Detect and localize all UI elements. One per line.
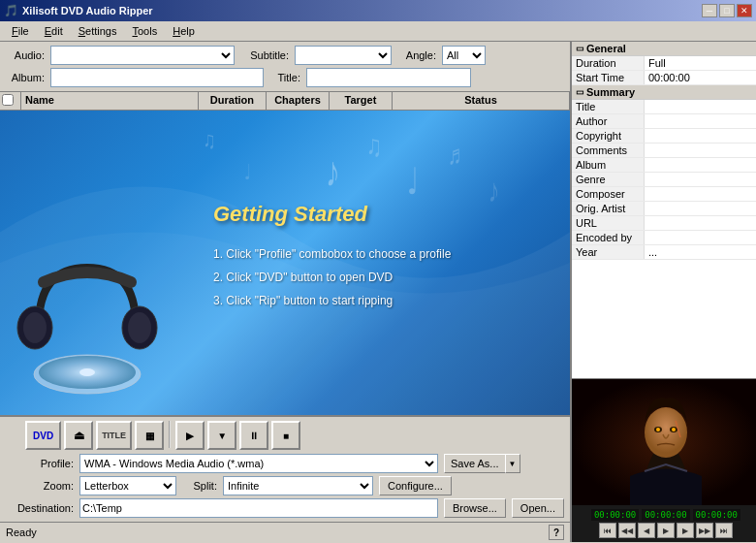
prev-track-button[interactable]: ⏮ — [599, 523, 616, 538]
svg-text:♪: ♪ — [488, 171, 500, 208]
prop-val-title — [645, 100, 756, 113]
svg-point-9 — [79, 368, 95, 376]
svg-text:♪: ♪ — [326, 148, 340, 196]
prop-val-starttime: 00:00:00 — [645, 71, 756, 84]
timeline-panel: 00:00:00 00:00:00 00:00:00 ⏮ ◀◀ ◀ ▶ ▶ ▶▶… — [572, 505, 756, 542]
select-all-checkbox[interactable] — [2, 94, 14, 106]
dropdown-icon: ▼ — [217, 431, 227, 441]
zoom-label: Zoom: — [6, 480, 74, 492]
getting-started-area: ♪ ♫ ♩ ♬ ♪ ♫ ♩ — [0, 111, 570, 415]
subtitle-label: Subtitle: — [240, 49, 289, 61]
titlebar-controls: ─ □ ✕ — [702, 4, 752, 17]
play-button[interactable]: ▶ — [175, 421, 205, 450]
grid-button[interactable]: ▦ — [135, 421, 164, 450]
headphones-illustration — [10, 248, 165, 405]
next-frame-button[interactable]: ▶ — [677, 523, 694, 538]
prop-row-album: Album — [572, 158, 756, 173]
toolbar-buttons: DVD ⏏ TITLE ▦ ▶ ▼ ⏸ ■ — [6, 421, 564, 450]
prop-row-duration: Duration Full — [572, 56, 756, 71]
subtitle-select[interactable] — [295, 46, 392, 65]
prop-row-year: Year ... — [572, 245, 756, 260]
stop-icon: ■ — [283, 431, 289, 441]
time-displays: 00:00:00 00:00:00 00:00:00 — [576, 509, 756, 521]
titlebar: 🎵 Xilisoft DVD Audio Ripper ─ □ ✕ — [0, 0, 756, 21]
minimize-button[interactable]: ─ — [702, 4, 717, 17]
save-as-container: Save As... ▼ — [444, 454, 520, 473]
th-name: Name — [21, 92, 199, 110]
configure-button[interactable]: Configure... — [379, 476, 452, 495]
title-button[interactable]: TITLE — [96, 421, 132, 450]
step1: 1. Click "Profile" combobox to choose a … — [213, 242, 451, 266]
play-icon: ▶ — [186, 431, 194, 441]
prop-val-composer — [645, 187, 756, 201]
svg-point-13 — [128, 312, 151, 343]
prop-row-composer: Composer — [572, 187, 756, 202]
preview-panel — [572, 379, 756, 505]
prop-key-year: Year — [572, 245, 645, 259]
th-duration: Duration — [199, 92, 267, 110]
dvd-button[interactable]: DVD — [25, 421, 61, 450]
stop-button[interactable]: ■ — [271, 421, 300, 450]
prev-frame-button[interactable]: ◀ — [638, 523, 655, 538]
getting-started-content: Getting Started 1. Click "Profile" combo… — [213, 202, 451, 312]
prop-row-starttime: Start Time 00:00:00 — [572, 71, 756, 85]
prop-val-author — [645, 114, 756, 128]
menu-settings[interactable]: Settings — [71, 23, 125, 39]
profile-select[interactable]: WMA - Windows Media Audio (*.wma) — [79, 454, 438, 473]
properties-panel: ▭ General Duration Full Start Time 00:00… — [572, 42, 756, 379]
menu-file[interactable]: File — [4, 23, 37, 39]
menu-help[interactable]: Help — [165, 23, 203, 39]
th-chapters: Chapters — [267, 92, 330, 110]
eject-button[interactable]: ⏏ — [64, 421, 93, 450]
fast-forward-button[interactable]: ▶▶ — [696, 523, 713, 538]
prop-val-copyright — [645, 129, 756, 143]
album-input[interactable] — [50, 68, 264, 87]
split-select[interactable]: Infinite — [223, 476, 373, 495]
grid-icon: ▦ — [145, 431, 154, 441]
pause-button[interactable]: ⏸ — [239, 421, 268, 450]
open-button[interactable]: Open... — [512, 498, 564, 518]
zoom-select[interactable]: Letterbox — [79, 476, 176, 495]
status-text: Ready — [6, 527, 37, 538]
prop-val-album — [645, 158, 756, 172]
help-button[interactable]: ? — [549, 525, 564, 540]
prop-row-genre: Genre — [572, 173, 756, 187]
th-status: Status — [393, 92, 570, 110]
menu-tools[interactable]: Tools — [124, 23, 165, 39]
prop-row-comments: Comments — [572, 144, 756, 158]
rewind-button[interactable]: ◀◀ — [618, 523, 636, 538]
svg-text:♩: ♩ — [244, 160, 251, 184]
prop-val-year: ... — [645, 245, 756, 259]
svg-point-16 — [645, 407, 687, 458]
dropdown-button[interactable]: ▼ — [207, 421, 236, 450]
browse-button[interactable]: Browse... — [444, 498, 506, 518]
svg-point-11 — [23, 312, 47, 343]
top-controls: Audio: Subtitle: Angle: All Album: Title… — [0, 42, 570, 92]
audio-row: Audio: Subtitle: Angle: All — [6, 46, 564, 65]
th-checkbox[interactable] — [0, 92, 21, 110]
prop-val-comments — [645, 144, 756, 157]
audio-select[interactable] — [50, 46, 235, 65]
play-preview-button[interactable]: ▶ — [657, 523, 675, 538]
album-row: Album: Title: — [6, 68, 564, 87]
close-button[interactable]: ✕ — [737, 4, 752, 17]
destination-input[interactable] — [79, 498, 438, 518]
general-expand-icon[interactable]: ▭ — [576, 44, 584, 53]
title-label: Title: — [269, 72, 300, 83]
next-track-button[interactable]: ⏭ — [715, 523, 733, 538]
prop-row-orig-artist: Orig. Artist — [572, 202, 756, 216]
table-header: Name Duration Chapters Target Status — [0, 92, 570, 111]
summary-expand-icon[interactable]: ▭ — [576, 87, 584, 97]
save-as-button[interactable]: Save As... — [444, 454, 505, 473]
profile-row: Profile: WMA - Windows Media Audio (*.wm… — [6, 454, 564, 473]
prop-key-genre: Genre — [572, 173, 645, 186]
svg-text:♫: ♫ — [204, 127, 216, 154]
angle-select[interactable]: All — [442, 46, 486, 65]
title-input[interactable] — [306, 68, 471, 87]
maximize-button[interactable]: □ — [719, 4, 735, 17]
prop-val-genre — [645, 173, 756, 186]
statusbar: Ready ? — [0, 522, 570, 542]
menu-edit[interactable]: Edit — [37, 23, 71, 39]
save-as-dropdown[interactable]: ▼ — [505, 454, 520, 473]
main-container: Audio: Subtitle: Angle: All Album: Title… — [0, 42, 756, 542]
